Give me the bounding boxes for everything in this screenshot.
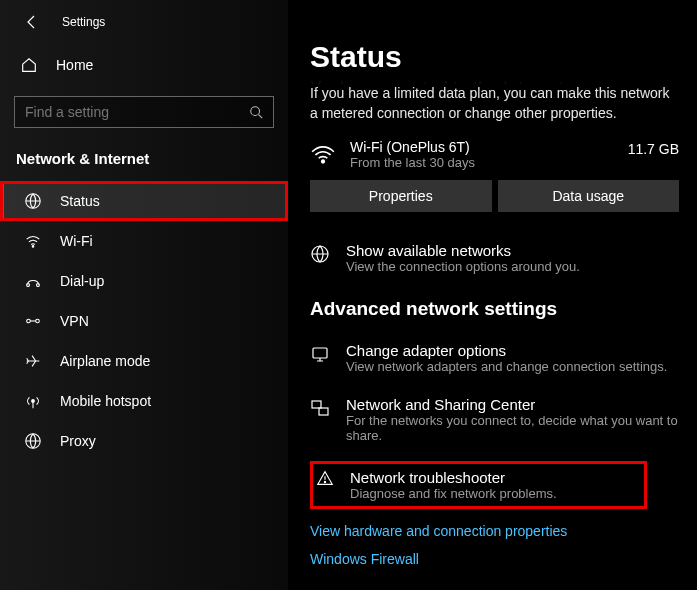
svg-point-0	[251, 107, 260, 116]
wifi-status-row: Wi-Fi (OnePlus 6T) From the last 30 days…	[310, 139, 679, 170]
wifi-name: Wi-Fi (OnePlus 6T)	[350, 139, 614, 155]
svg-point-5	[27, 319, 31, 323]
sharing-icon	[310, 396, 330, 418]
airplane-icon	[24, 352, 42, 370]
troubleshooter-sub: Diagnose and fix network problems.	[350, 486, 557, 501]
svg-rect-11	[313, 348, 327, 358]
globe-icon	[24, 192, 42, 210]
back-icon[interactable]	[24, 14, 40, 30]
main-content: Status You're connected to the Internet …	[288, 0, 697, 590]
hotspot-icon	[24, 392, 42, 410]
home-label: Home	[56, 57, 93, 73]
sharing-sub: For the networks you connect to, decide …	[346, 413, 679, 443]
description: If you have a limited data plan, you can…	[310, 84, 679, 123]
svg-rect-3	[27, 284, 30, 287]
troubleshooter-row[interactable]: Network troubleshooter Diagnose and fix …	[310, 461, 647, 509]
nav-status[interactable]: Status	[0, 181, 288, 221]
advanced-header: Advanced network settings	[310, 298, 679, 320]
search-input[interactable]	[25, 104, 227, 120]
wifi-icon	[24, 232, 42, 250]
vpn-icon	[24, 312, 42, 330]
link-hardware[interactable]: View hardware and connection properties	[310, 523, 679, 539]
settings-title: Settings	[62, 15, 105, 29]
dialup-icon	[24, 272, 42, 290]
adapter-title: Change adapter options	[346, 342, 667, 359]
properties-button[interactable]: Properties	[310, 180, 492, 212]
nav-hotspot-label: Mobile hotspot	[60, 393, 151, 409]
nav-wifi-label: Wi-Fi	[60, 233, 93, 249]
page-title: Status	[310, 40, 679, 74]
nav-dialup-label: Dial-up	[60, 273, 104, 289]
sharing-title: Network and Sharing Center	[346, 396, 679, 413]
link-firewall[interactable]: Windows Firewall	[310, 551, 679, 567]
monitor-icon	[310, 342, 330, 364]
svg-rect-13	[319, 408, 328, 415]
nav-status-label: Status	[60, 193, 100, 209]
nav-vpn-label: VPN	[60, 313, 89, 329]
svg-rect-4	[37, 284, 40, 287]
svg-point-6	[36, 319, 40, 323]
nav-wifi[interactable]: Wi-Fi	[0, 221, 288, 261]
globe-icon	[310, 242, 330, 264]
nav-proxy[interactable]: Proxy	[0, 421, 288, 461]
wifi-usage: 11.7 GB	[628, 139, 679, 157]
svg-point-2	[32, 246, 33, 247]
sharing-row[interactable]: Network and Sharing Center For the netwo…	[310, 392, 679, 447]
adapter-row[interactable]: Change adapter options View network adap…	[310, 338, 679, 378]
settings-sidebar: Settings Home Network & Internet Status	[0, 0, 288, 590]
warning-icon	[316, 469, 334, 487]
wifi-sub: From the last 30 days	[350, 155, 614, 170]
troubleshooter-title: Network troubleshooter	[350, 469, 557, 486]
wifi-icon	[310, 142, 336, 168]
nav-proxy-label: Proxy	[60, 433, 96, 449]
search-box[interactable]	[14, 96, 274, 128]
nav-dialup[interactable]: Dial-up	[0, 261, 288, 301]
nav-vpn[interactable]: VPN	[0, 301, 288, 341]
nav-airplane[interactable]: Airplane mode	[0, 341, 288, 381]
nav-airplane-label: Airplane mode	[60, 353, 150, 369]
nav-hotspot[interactable]: Mobile hotspot	[0, 381, 288, 421]
svg-rect-12	[312, 401, 321, 408]
show-networks-title: Show available networks	[346, 242, 580, 259]
datausage-button[interactable]: Data usage	[498, 180, 680, 212]
home-row[interactable]: Home	[0, 46, 288, 84]
show-networks-row[interactable]: Show available networks View the connect…	[310, 242, 679, 274]
adapter-sub: View network adapters and change connect…	[346, 359, 667, 374]
section-title: Network & Internet	[0, 150, 288, 181]
svg-point-9	[322, 160, 325, 163]
search-icon	[249, 105, 263, 119]
show-networks-sub: View the connection options around you.	[346, 259, 580, 274]
svg-point-14	[324, 482, 325, 483]
home-icon	[20, 56, 38, 74]
globe-icon	[24, 432, 42, 450]
